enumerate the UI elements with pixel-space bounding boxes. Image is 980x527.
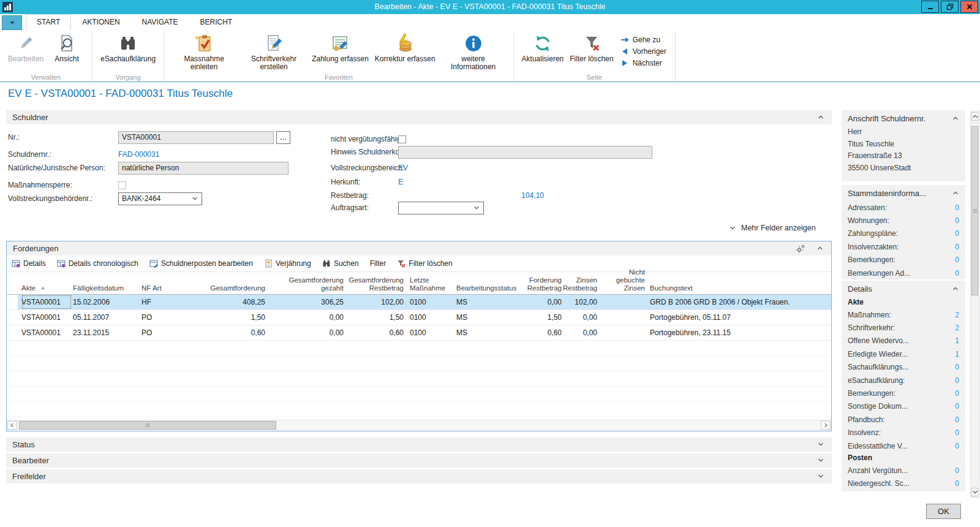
column-header[interactable]: Fälligkeitsdatum — [73, 284, 139, 292]
table-cell[interactable]: 0,60 — [525, 325, 562, 340]
ribbon-link[interactable]: Nächster — [620, 59, 666, 67]
table-cell[interactable]: 0,00 — [268, 310, 344, 325]
scroll-left-arrow-icon[interactable] — [7, 421, 17, 430]
table-cell[interactable]: PO — [141, 310, 184, 325]
factbox-item-count[interactable]: 0 — [955, 269, 959, 278]
table-cell[interactable]: PO — [141, 325, 184, 340]
table-cell[interactable]: 102,00 — [346, 295, 404, 309]
scrollbar-thumb[interactable] — [19, 421, 276, 430]
section-header-status[interactable]: Status — [6, 438, 832, 452]
factbox-item-count[interactable]: 0 — [955, 466, 959, 475]
factbox-item-count[interactable]: 0 — [955, 363, 959, 371]
column-header[interactable]: NF Art — [141, 284, 184, 292]
section-header-bearbeiter[interactable]: Bearbeiter — [6, 453, 832, 468]
toolbar-button[interactable]: Filter — [370, 259, 386, 268]
table-cell[interactable]: 0,60 — [186, 325, 265, 340]
column-header[interactable]: Gesamtforderung — [186, 284, 265, 292]
table-cell[interactable]: MS — [456, 325, 524, 340]
factbox-item-count[interactable]: 0 — [955, 256, 959, 264]
column-header[interactable]: Zinsen Restbetrag — [563, 276, 597, 292]
tab-bericht[interactable]: BERICHT — [189, 14, 243, 31]
table-cell[interactable]: VSTA00001 — [21, 295, 72, 309]
table-cell[interactable]: 05.11.2007 — [73, 310, 139, 325]
table-row[interactable]: VSTA0000115.02.2006HF408,25306,25102,000… — [7, 295, 831, 310]
column-header[interactable]: Forderung Restbetrag — [525, 276, 562, 292]
ribbon-button[interactable]: Ansicht — [47, 32, 87, 64]
field-input[interactable] — [398, 146, 652, 159]
factbox-item-count[interactable]: 0 — [955, 243, 959, 251]
factbox-item-count[interactable]: 0 — [955, 376, 959, 385]
table-cell[interactable]: 0100 — [410, 295, 454, 309]
chevron-down-icon[interactable] — [817, 441, 824, 447]
factbox-item-count[interactable]: 0 — [955, 415, 959, 424]
column-header[interactable]: Akte — [21, 284, 72, 292]
field-link[interactable]: EV — [398, 164, 408, 172]
ribbon-link[interactable]: Vorheriger — [620, 47, 666, 56]
factbox-item-count[interactable]: 0 — [955, 203, 959, 212]
scroll-down-arrow-icon[interactable] — [971, 488, 978, 496]
chevron-up-icon[interactable] — [952, 190, 959, 196]
ribbon-button[interactable]: Aktualisieren — [519, 32, 567, 64]
factbox-item-count[interactable]: 1 — [955, 336, 959, 345]
table-cell[interactable]: 0,60 — [346, 325, 404, 340]
factbox-item-count[interactable]: 1 — [955, 350, 959, 358]
table-cell[interactable]: Portogebühren, 05.11.07 — [650, 310, 826, 325]
tab-start[interactable]: START — [26, 14, 71, 31]
show-more-fields[interactable]: Mehr Felder anzeigen — [729, 224, 816, 232]
table-cell[interactable]: 23.11.2015 — [73, 325, 139, 340]
table-row[interactable]: VSTA0000105.11.2007PO1,500,001,500100MS1… — [7, 310, 831, 325]
table-cell[interactable]: 102,00 — [563, 295, 597, 309]
column-header[interactable]: Nicht gebuchte Zinsen — [598, 268, 645, 292]
table-cell[interactable]: Portogebühren, 23.11.15 — [650, 325, 826, 340]
chevron-up-icon[interactable] — [952, 115, 959, 121]
table-cell[interactable]: 0,00 — [563, 310, 597, 325]
toolbar-button[interactable]: Suchen — [322, 259, 359, 268]
table-cell[interactable]: 1,50 — [525, 310, 562, 325]
table-cell[interactable]: 0100 — [410, 310, 454, 325]
table-cell[interactable]: HF — [141, 295, 184, 309]
scrollbar-thumb[interactable] — [971, 126, 978, 295]
field-amount-link[interactable]: 104,10 — [398, 191, 544, 200]
field-link[interactable]: E — [398, 178, 403, 186]
column-header[interactable]: Buchungstext — [650, 284, 826, 292]
tab-aktionen[interactable]: AKTIONEN — [71, 14, 130, 31]
factbox-item-count[interactable]: 0 — [955, 216, 959, 225]
application-menu-button[interactable] — [2, 15, 22, 30]
scroll-right-arrow-icon[interactable] — [821, 421, 831, 430]
factbox-item-count[interactable]: 2 — [955, 324, 959, 332]
ok-button[interactable]: OK — [926, 504, 961, 519]
factbox-item-count[interactable]: 0 — [955, 428, 959, 437]
column-header[interactable]: Gesamtforderung gezahlt — [268, 276, 344, 292]
table-cell[interactable]: VSTA00001 — [21, 310, 72, 325]
section-header-freifelder[interactable]: Freifelder — [6, 469, 832, 483]
factbox-item-count[interactable]: 0 — [955, 389, 959, 398]
table-row[interactable]: VSTA0000123.11.2015PO0,600,000,600100MS0… — [7, 325, 831, 341]
table-cell[interactable]: 0,00 — [268, 325, 344, 340]
tab-navigate[interactable]: NAVIGATE — [131, 14, 189, 31]
table-cell[interactable]: MS — [456, 310, 524, 325]
horizontal-scrollbar[interactable] — [7, 420, 831, 431]
chevron-up-icon[interactable] — [817, 114, 824, 120]
table-cell[interactable]: 0,00 — [563, 325, 597, 340]
chevron-up-icon[interactable] — [816, 245, 824, 251]
table-cell[interactable]: 408,25 — [186, 295, 265, 309]
minimize-button[interactable] — [921, 1, 939, 13]
factbox-item-count[interactable]: 0 — [955, 402, 959, 411]
table-cell[interactable]: 0100 — [410, 325, 454, 340]
scroll-up-arrow-icon[interactable] — [971, 112, 978, 121]
restore-button[interactable] — [941, 1, 959, 13]
toolbar-button[interactable]: Details chronologisch — [57, 259, 138, 268]
field-checkbox[interactable] — [398, 135, 406, 143]
table-cell[interactable]: 1,50 — [186, 310, 265, 325]
close-button[interactable] — [960, 1, 978, 13]
column-header[interactable]: Letzte Maßnahme — [410, 276, 454, 292]
toolbar-button[interactable]: Verjährung — [264, 259, 311, 268]
table-cell[interactable]: 15.02.2006 — [73, 295, 139, 309]
vertical-scrollbar[interactable] — [970, 111, 979, 498]
toolbar-button[interactable]: Schuldnerposten bearbeiten — [149, 259, 253, 268]
table-cell[interactable]: 306,25 — [268, 295, 344, 309]
column-header[interactable]: Bearbeitungsstatus — [456, 284, 524, 292]
factbox-item-count[interactable]: 2 — [955, 311, 959, 319]
ribbon-button[interactable]: Schriftverkehr erstellen — [239, 32, 309, 72]
ribbon-button[interactable]: Bearbeiten — [5, 32, 47, 64]
